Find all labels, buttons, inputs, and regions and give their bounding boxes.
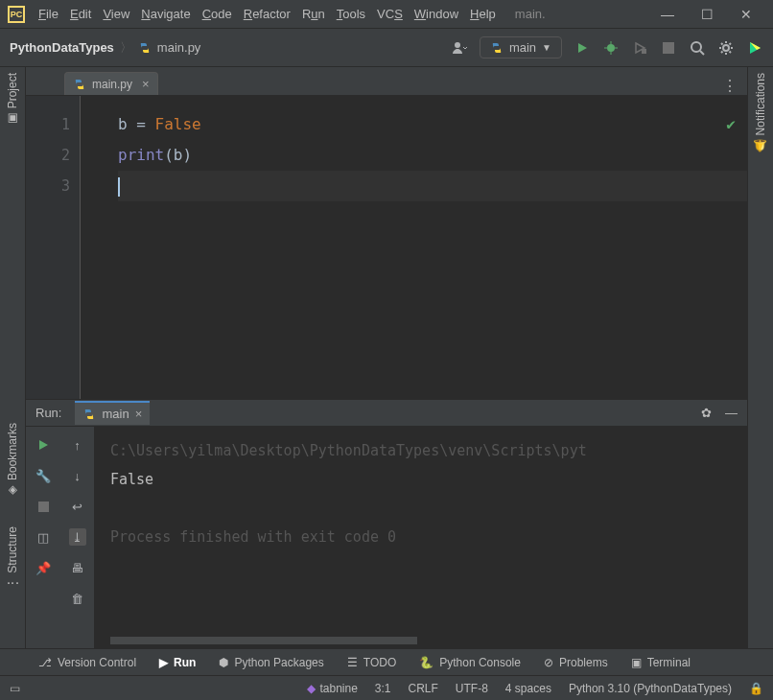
breadcrumb-separator-icon: 〉 [120, 39, 132, 57]
menu-run[interactable]: Run [302, 7, 325, 21]
wrench-icon[interactable]: 🔧 [35, 467, 52, 484]
editor-tab-label: main.py [92, 78, 132, 91]
tool-terminal[interactable]: ▣Terminal [631, 656, 691, 669]
run-tool-column-2: ↑ ↓ ↩ ⤓ 🖶 🗑 [60, 427, 95, 648]
editor-tab-main[interactable]: main.py × [64, 72, 158, 95]
coverage-button[interactable] [631, 39, 648, 57]
console-exit-line: Process finished with exit code 0 [110, 523, 732, 551]
menu-vcs[interactable]: VCS [377, 7, 403, 21]
user-dropdown-icon[interactable] [451, 39, 468, 57]
run-config-selector[interactable]: main ▼ [480, 36, 562, 58]
breadcrumb-project[interactable]: PythonDataTypes [10, 40, 114, 55]
tool-problems[interactable]: ⊘Problems [544, 656, 608, 669]
rerun-button[interactable] [35, 436, 52, 454]
maximize-button[interactable]: ☐ [701, 7, 714, 22]
hide-run-icon[interactable]: — [725, 406, 738, 420]
sidebar-structure[interactable]: ⋮Structure [6, 526, 19, 589]
svg-line-9 [700, 51, 704, 55]
run-header-label: Run: [35, 406, 61, 420]
left-rail: ▣Project ◈Bookmarks ⋮Structure [0, 67, 26, 648]
text-cursor [118, 177, 120, 197]
warning-icon: ⊘ [544, 656, 553, 669]
gear-icon[interactable] [717, 39, 735, 57]
run-config-label: main [509, 40, 536, 55]
soft-wrap-icon[interactable]: ↩ [69, 498, 86, 515]
svg-rect-11 [38, 502, 49, 512]
minimize-button[interactable]: — [661, 7, 674, 22]
python-file-icon [138, 41, 152, 55]
layout-icon[interactable]: ◫ [35, 528, 52, 546]
right-rail: 🔔Notifications [747, 67, 773, 648]
code-editor[interactable]: 1 2 3 b = False print(b) ✔ [26, 96, 747, 399]
menu-edit[interactable]: Edit [70, 7, 91, 21]
tool-run[interactable]: ▶Run [159, 656, 196, 669]
down-arrow-icon[interactable]: ↓ [69, 467, 86, 484]
editor-tab-bar: main.py × ⋮ [26, 67, 747, 96]
menu-refactor[interactable]: Refactor [244, 7, 291, 21]
status-tabnine[interactable]: ◆ tabnine [307, 682, 357, 695]
menu-tools[interactable]: Tools [337, 7, 365, 21]
tool-todo[interactable]: ☰TODO [347, 656, 396, 669]
console-scrollbar[interactable] [110, 637, 417, 644]
gutter-separator [80, 96, 118, 399]
scroll-end-icon[interactable]: ⤓ [69, 528, 86, 546]
close-run-tab-icon[interactable]: × [135, 407, 143, 421]
run-tool-column-1: 🔧 ◫ 📌 [26, 427, 60, 648]
space-icon[interactable] [746, 39, 763, 57]
status-bar: ▭ ◆ tabnine 3:1 CRLF UTF-8 4 spaces Pyth… [0, 675, 773, 700]
run-header: Run: main × ✿ — [26, 400, 747, 427]
breadcrumb-file[interactable]: main.py [157, 40, 201, 55]
search-icon[interactable] [689, 39, 706, 57]
menu-navigate[interactable]: Navigate [141, 7, 190, 21]
svg-rect-7 [663, 42, 674, 54]
up-arrow-icon[interactable]: ↑ [69, 436, 86, 454]
status-interpreter[interactable]: Python 3.10 (PythonDataTypes) [569, 682, 732, 695]
tool-python-packages[interactable]: ⬢Python Packages [219, 656, 323, 669]
terminal-icon: ▣ [631, 656, 642, 669]
lock-icon[interactable]: 🔒 [749, 682, 763, 695]
status-encoding[interactable]: UTF-8 [456, 682, 488, 695]
run-button[interactable] [574, 39, 591, 57]
debug-button[interactable] [602, 39, 620, 57]
status-indent[interactable]: 4 spaces [505, 682, 551, 695]
tab-more-icon[interactable]: ⋮ [713, 77, 747, 95]
breadcrumb: PythonDataTypes 〉 main.py [10, 39, 200, 57]
main-area: ▣Project ◈Bookmarks ⋮Structure main.py ×… [0, 67, 773, 648]
status-cursor-position[interactable]: 3:1 [375, 682, 391, 695]
stop-run-button[interactable] [35, 498, 52, 515]
app-icon: PC [8, 6, 25, 23]
branch-icon: ⎇ [38, 656, 52, 669]
menu-code[interactable]: Code [202, 7, 232, 21]
structure-icon: ⋮ [6, 577, 19, 589]
editor-column: main.py × ⋮ 1 2 3 b = False print(b) ✔ [26, 67, 747, 648]
trash-icon[interactable]: 🗑 [69, 590, 86, 607]
sidebar-bookmarks[interactable]: ◈Bookmarks [6, 423, 19, 498]
stop-button[interactable] [660, 39, 677, 57]
svg-point-8 [691, 42, 701, 52]
menu-window[interactable]: Window [414, 7, 458, 21]
status-presentation-icon[interactable]: ▭ [10, 682, 20, 695]
tool-python-console[interactable]: 🐍Python Console [419, 656, 521, 669]
pin-icon[interactable]: 📌 [35, 559, 52, 576]
run-tab-main[interactable]: main × [75, 401, 150, 425]
close-tab-icon[interactable]: × [142, 77, 150, 91]
menu-help[interactable]: Help [470, 7, 496, 21]
python-icon: 🐍 [419, 656, 433, 669]
console-command-line: C:\Users\yilma\Desktop\PythonDataTypes\v… [110, 436, 732, 465]
python-file-icon [73, 78, 86, 91]
svg-point-0 [455, 42, 460, 48]
menu-view[interactable]: View [103, 7, 129, 21]
close-button[interactable]: ✕ [740, 7, 752, 22]
python-icon [82, 408, 96, 421]
status-line-separator[interactable]: CRLF [409, 682, 438, 695]
folder-icon: ▣ [6, 112, 19, 126]
run-settings-icon[interactable]: ✿ [701, 406, 712, 420]
print-icon[interactable]: 🖶 [69, 559, 86, 576]
tool-version-control[interactable]: ⎇Version Control [38, 656, 136, 669]
menu-file[interactable]: File [38, 7, 59, 21]
code-area[interactable]: b = False print(b) ✔ [118, 96, 747, 399]
console-output[interactable]: C:\Users\yilma\Desktop\PythonDataTypes\v… [95, 427, 747, 648]
sidebar-notifications[interactable]: 🔔Notifications [754, 73, 767, 153]
console-stdout: False [110, 465, 732, 494]
sidebar-project[interactable]: ▣Project [6, 73, 19, 126]
